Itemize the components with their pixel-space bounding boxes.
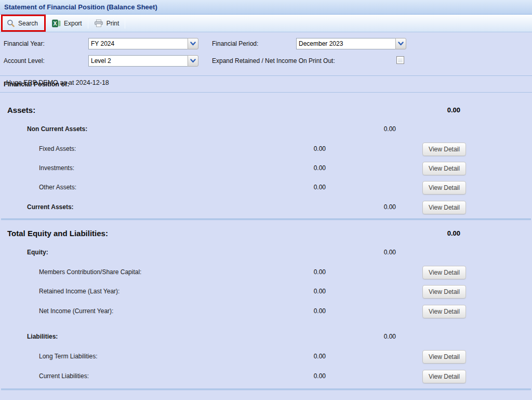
- view-detail-button[interactable]: View Detail: [422, 201, 466, 214]
- report-row: Members Contribution/Share Capital: 0.00…: [0, 266, 532, 279]
- report-row: Liabilities: 0.00: [0, 330, 532, 344]
- toolbar: Search X Export: [0, 15, 532, 32]
- report-row: Other Assets: 0.00 View Detail: [0, 181, 532, 195]
- report-row: Retained Income (Last Year): 0.00 View D…: [0, 285, 532, 299]
- row-value: 0.00: [0, 288, 326, 295]
- assets-total: 0.00: [0, 106, 460, 114]
- row-value: 0.00: [0, 249, 396, 256]
- svg-text:X: X: [53, 20, 57, 27]
- section-divider: [1, 389, 531, 390]
- financial-period-select[interactable]: December 2023: [296, 38, 406, 49]
- financial-period-value: December 2023: [296, 38, 395, 49]
- search-button-label: Search: [18, 20, 38, 27]
- titlebar: Statement of Financial Position (Balance…: [0, 0, 532, 15]
- report-header-bar: Financial Position of: Huge ERP DEMO as …: [0, 76, 532, 93]
- expand-retained-checkbox[interactable]: [396, 56, 404, 64]
- section-heading-row: Total Equity and Liabilities: 0.00: [0, 227, 532, 241]
- printer-icon: [94, 19, 103, 28]
- row-value: 0.00: [0, 353, 326, 360]
- financial-period-label: Financial Period:: [212, 40, 258, 47]
- chevron-down-icon[interactable]: [188, 55, 198, 67]
- row-value: 0.00: [0, 125, 396, 133]
- export-button[interactable]: X Export: [48, 17, 86, 30]
- chevron-down-icon[interactable]: [395, 38, 406, 49]
- search-icon: [7, 19, 15, 28]
- print-button-label: Print: [107, 20, 119, 27]
- report-body: Assets: 0.00 Non Current Assets: 0.00 Fi…: [0, 93, 532, 400]
- balance-sheet-page: Statement of Financial Position (Balance…: [0, 0, 532, 400]
- view-detail-button[interactable]: View Detail: [422, 285, 466, 299]
- view-detail-button[interactable]: View Detail: [422, 266, 466, 279]
- row-value: 0.00: [0, 268, 326, 276]
- report-row: Current Assets: 0.00 View Detail: [0, 201, 532, 214]
- row-value: 0.00: [0, 333, 396, 340]
- excel-icon: X: [52, 19, 61, 28]
- checkbox-inner: [398, 58, 403, 62]
- view-detail-button[interactable]: View Detail: [422, 143, 466, 156]
- row-value: 0.00: [0, 203, 396, 211]
- row-value: 0.00: [0, 184, 326, 191]
- financial-year-label: Financial Year:: [4, 40, 45, 47]
- report-row: Equity: 0.00: [0, 246, 532, 260]
- toolbar-separator: [88, 18, 88, 29]
- view-detail-button[interactable]: View Detail: [422, 181, 466, 195]
- report-row: Non Current Assets: 0.00: [0, 123, 532, 136]
- view-detail-button[interactable]: View Detail: [422, 350, 466, 364]
- expand-retained-label: Expand Retained / Net Income On Print Ou…: [212, 57, 335, 64]
- report-row: Investments: 0.00 View Detail: [0, 162, 532, 175]
- account-level-label: Account Level:: [4, 57, 45, 64]
- row-value: 0.00: [0, 372, 326, 380]
- report-row: Current Liabilities: 0.00 View Detail: [0, 370, 532, 383]
- section-divider: [1, 218, 531, 220]
- row-value: 0.00: [0, 145, 326, 152]
- toolbar-separator: [125, 18, 125, 29]
- view-detail-button[interactable]: View Detail: [422, 305, 466, 318]
- view-detail-button[interactable]: View Detail: [422, 370, 466, 383]
- financial-position-of-value: Huge ERP DEMO as at 2024-12-18: [6, 79, 109, 86]
- report-row: Net Income (Current Year): 0.00 View Det…: [0, 305, 532, 318]
- section-heading-row: Assets: 0.00: [0, 104, 532, 118]
- row-value: 0.00: [0, 164, 326, 172]
- account-level-select[interactable]: Level 2: [88, 55, 198, 67]
- financial-year-value: FY 2024: [88, 38, 188, 49]
- account-level-value: Level 2: [88, 55, 188, 67]
- report-row: Long Term Liabilities: 0.00 View Detail: [0, 350, 532, 364]
- equity-liabilities-total: 0.00: [0, 229, 460, 237]
- print-button[interactable]: Print: [90, 17, 124, 30]
- export-button-label: Export: [64, 20, 82, 27]
- page-title: Statement of Financial Position (Balance…: [4, 3, 157, 11]
- search-highlight-box: Search: [1, 15, 46, 32]
- financial-year-select[interactable]: FY 2024: [88, 38, 198, 49]
- view-detail-button[interactable]: View Detail: [422, 162, 466, 175]
- search-button[interactable]: Search: [3, 17, 42, 30]
- row-value: 0.00: [0, 307, 326, 315]
- chevron-down-icon[interactable]: [188, 38, 198, 49]
- report-row: Fixed Assets: 0.00 View Detail: [0, 143, 532, 156]
- filter-panel: Financial Year: FY 2024 Financial Period…: [0, 33, 532, 76]
